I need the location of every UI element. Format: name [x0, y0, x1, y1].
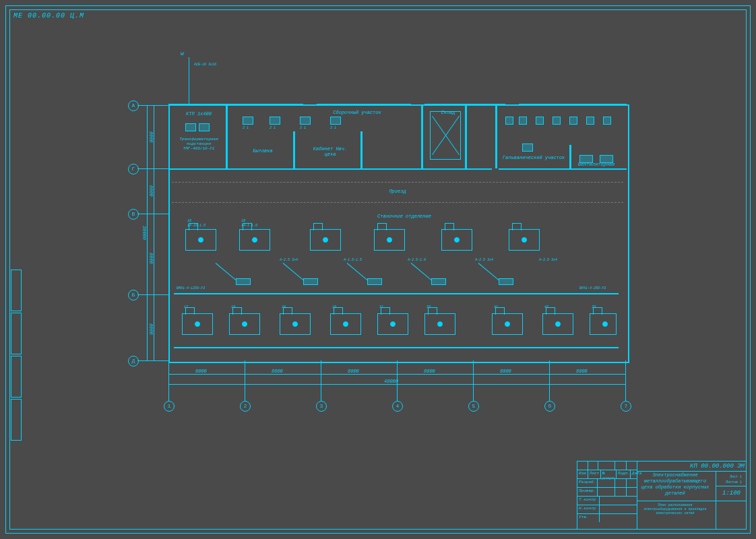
- equipment: [300, 117, 311, 125]
- equipment: [569, 117, 577, 125]
- wall: [168, 104, 303, 106]
- room-stanochnoe: Станочное отделение: [364, 214, 445, 219]
- partition-v: [495, 104, 497, 168]
- machine-tool: [441, 229, 472, 251]
- floor-plan: W АСБ-10 3х16 КТП 1х400 Трансформаторная…: [121, 91, 633, 381]
- axis-line: [137, 360, 168, 361]
- side-field: [11, 270, 22, 311]
- tag: А-2.5-1.0: [408, 258, 426, 262]
- machine-tool: [330, 313, 361, 335]
- machine-tool: [229, 313, 260, 335]
- tag: 18: [332, 305, 336, 309]
- tag: 17: [184, 305, 188, 309]
- dim: 30000: [141, 226, 147, 240]
- machine-tool: [492, 313, 523, 335]
- tag: 41: [494, 305, 498, 309]
- machine-tool: [377, 313, 408, 335]
- transformer: [199, 123, 210, 131]
- tag: 19: [231, 305, 235, 309]
- axis-line: [168, 360, 169, 401]
- title-block-scale: 1:100: [722, 490, 741, 497]
- dim-line-v: [154, 105, 154, 360]
- dim: 8000: [195, 369, 207, 374]
- machine-tool: [280, 313, 311, 335]
- partition-v: [569, 145, 571, 168]
- equipment: [536, 117, 544, 125]
- tag: 42: [544, 305, 548, 309]
- side-field: [11, 399, 22, 441]
- tag: А-2.5 3х4: [280, 258, 298, 262]
- sklad-hatch: [430, 111, 461, 160]
- wall: [317, 104, 411, 106]
- title-block-code: КП 00.00.000 ЭМ: [690, 463, 745, 470]
- drawing-code-top: МЕ 00.00.00 Ц.М: [13, 12, 84, 20]
- tag: 24: [282, 305, 286, 309]
- grid-axis-v: 6: [544, 401, 555, 412]
- dim-line: [168, 384, 625, 385]
- machine-tool: [542, 313, 573, 335]
- side-field: [11, 313, 22, 354]
- partition-v: [226, 104, 228, 168]
- busbar-2: [174, 347, 619, 348]
- equipment: [519, 117, 527, 125]
- tb-sheets: Листов 1: [726, 480, 742, 484]
- dim: 8000: [576, 369, 588, 374]
- room-sborochny: Сборочный участок: [323, 110, 391, 115]
- grid-axis-h: Б: [128, 290, 139, 300]
- binding-strip: [11, 270, 19, 526]
- grid-axis-h: Г: [128, 164, 139, 175]
- machine-tool: [182, 313, 213, 335]
- partition-v: [293, 131, 295, 168]
- machine-tool: [509, 229, 540, 251]
- equipment: [270, 117, 280, 125]
- room-galvanic: Гальванический участок: [500, 155, 567, 160]
- grid-axis-v: 3: [316, 401, 327, 412]
- grid-axis-v: 4: [392, 401, 403, 412]
- equipment: [243, 117, 253, 125]
- axis-line: [245, 360, 245, 401]
- axis-line: [625, 360, 626, 401]
- axis-line: [321, 360, 321, 401]
- axis-line: [549, 360, 550, 401]
- cable-w-label: W: [181, 51, 184, 57]
- busbar-label: ШМА1-4-1250-У3: [177, 286, 205, 290]
- machine-tool: [239, 229, 270, 251]
- partition-v: [465, 104, 467, 168]
- grid-axis-h: А: [128, 100, 139, 111]
- axis-line: [137, 168, 168, 169]
- title-block: КП 00.00.000 ЭМ ИзмЛист№ докумПодп.Дата …: [577, 461, 747, 530]
- partition: [168, 168, 492, 170]
- dim: 6000: [148, 185, 154, 197]
- title-block-subtitle: План расположения электрооборудования и …: [638, 503, 712, 515]
- transformer: [185, 123, 196, 131]
- grid-axis-h: В: [128, 209, 139, 220]
- tag: 19: [241, 219, 245, 223]
- machine-tool: [424, 313, 455, 335]
- grid-axis-v: 1: [164, 401, 175, 412]
- dim: 8000: [348, 369, 359, 374]
- tag: 33: [592, 305, 596, 309]
- welder: [236, 278, 251, 285]
- tag: 33: [427, 305, 431, 309]
- grid-axis-v: 2: [240, 401, 251, 412]
- dim: 8000: [148, 323, 154, 335]
- partition: [499, 168, 627, 170]
- driveway-edge: [172, 202, 623, 203]
- welder: [499, 278, 513, 285]
- tag: 14-1-1.0: [241, 224, 257, 228]
- axis-line: [473, 360, 474, 401]
- dim-line-v: [147, 105, 148, 360]
- axis-line: [137, 105, 168, 106]
- room-kabinet: Кабинет Нач. цеха: [310, 146, 350, 157]
- axis-line: [137, 294, 168, 295]
- tb-sheet: Лист 1: [730, 475, 742, 479]
- welder: [431, 278, 446, 285]
- fan: [579, 155, 593, 163]
- equipment: [603, 117, 611, 125]
- dim: 8000: [500, 369, 511, 374]
- room-ktp: КТП 1х400: [175, 111, 222, 117]
- equipment: [586, 117, 594, 125]
- axis-line: [137, 214, 168, 214]
- room-ktp-sub: Трансформаторная подстанция ТМГ-400/10-У…: [172, 137, 225, 151]
- tag: 18: [187, 219, 191, 223]
